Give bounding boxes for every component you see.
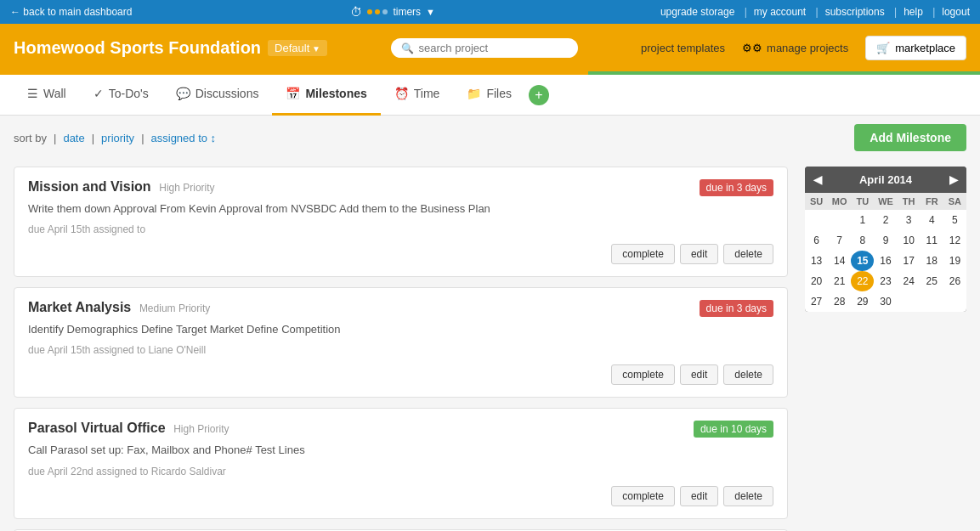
tab-discussions[interactable]: 💬 Discussions — [162, 75, 273, 116]
sort-label: sort by — [14, 132, 47, 144]
manage-projects-section[interactable]: ⚙ manage projects — [742, 42, 848, 54]
action-complete-button[interactable]: complete — [611, 244, 675, 264]
milestone-title-section: Parasol Virtual Office High Priority — [28, 421, 229, 436]
milestone-priority: High Priority — [173, 423, 229, 435]
calendar-day[interactable]: 9 — [874, 230, 897, 251]
milestone-actions: completeeditdelete — [28, 364, 773, 385]
tab-files[interactable]: 📁 Files — [453, 75, 525, 116]
top-bar: ← back to main dashboard ⏱ timers ▼ upgr… — [0, 0, 980, 24]
help-link[interactable]: help — [894, 6, 923, 18]
marketplace-button[interactable]: 🛒 marketplace — [865, 36, 966, 60]
action-edit-button[interactable]: edit — [680, 244, 718, 264]
calendar-day[interactable]: 22 — [851, 271, 874, 291]
add-tab-button[interactable]: + — [529, 85, 549, 105]
calendar-day[interactable]: 10 — [898, 230, 921, 251]
project-templates-link[interactable]: project templates — [641, 42, 725, 54]
timer-dropdown[interactable]: ▼ — [426, 7, 435, 17]
calendar-day[interactable]: 29 — [851, 291, 874, 312]
calendar-day[interactable]: 12 — [943, 230, 966, 251]
main-content: Mission and Vision High Priority due in … — [0, 167, 980, 531]
tab-time[interactable]: ⏰ Time — [381, 75, 454, 116]
header-row: Homewood Sports Foundation Default proje… — [0, 24, 980, 71]
calendar-header: ◀ April 2014 ▶ — [805, 167, 966, 193]
project-name: Homewood Sports Foundation — [14, 38, 261, 58]
default-badge[interactable]: Default — [268, 40, 327, 56]
manage-projects-link[interactable]: manage projects — [767, 42, 848, 54]
upgrade-storage-link[interactable]: upgrade storage — [660, 6, 734, 18]
search-box[interactable] — [391, 38, 578, 58]
tab-todos[interactable]: ✓ To-Do's — [80, 75, 162, 116]
action-edit-button[interactable]: edit — [680, 486, 718, 506]
calendar-day: • — [828, 210, 851, 230]
milestone-actions: completeeditdelete — [28, 486, 773, 506]
calendar-day-names: SUMOTUWETHFRSA — [805, 193, 966, 210]
tab-milestones[interactable]: 📅 Milestones — [272, 75, 380, 116]
calendar-day[interactable]: 13 — [805, 251, 828, 271]
calendar-day[interactable]: 6 — [805, 230, 828, 251]
calendar-day-name: TU — [851, 193, 874, 210]
sort-by-date[interactable]: date — [63, 132, 84, 144]
milestone-meta: due April 15th assigned to — [28, 223, 773, 235]
calendar-day[interactable]: 3 — [898, 210, 921, 230]
calendar-day[interactable]: 8 — [851, 230, 874, 251]
action-delete-button[interactable]: delete — [723, 364, 773, 385]
milestones-list: Mission and Vision High Priority due in … — [14, 167, 788, 531]
calendar-next[interactable]: ▶ — [949, 173, 958, 186]
action-complete-button[interactable]: complete — [611, 486, 675, 506]
calendar-day-name: MO — [828, 193, 851, 210]
timer-dot-2 — [375, 9, 380, 14]
calendar-day[interactable]: 27 — [805, 291, 828, 312]
sort-by-assigned[interactable]: assigned to ↕ — [151, 132, 217, 144]
back-to-dashboard[interactable]: ← back to main dashboard — [10, 6, 132, 18]
calendar-day[interactable]: 14 — [828, 251, 851, 271]
search-input[interactable] — [419, 42, 568, 54]
action-complete-button[interactable]: complete — [611, 364, 675, 385]
back-link[interactable]: ← back to main dashboard — [10, 6, 132, 18]
action-delete-button[interactable]: delete — [723, 244, 773, 264]
logout-link[interactable]: logout — [932, 6, 970, 18]
calendar-day[interactable]: 7 — [828, 230, 851, 251]
my-account-link[interactable]: my account — [745, 6, 806, 18]
calendar-day[interactable]: 1 — [851, 210, 874, 230]
milestone-item: Market Analysis Medium Priority due in 3… — [14, 287, 788, 398]
calendar-day[interactable]: 15 — [851, 251, 874, 271]
timer-dots — [367, 9, 388, 14]
calendar-day[interactable]: 24 — [898, 271, 921, 291]
calendar-prev[interactable]: ◀ — [813, 173, 822, 186]
calendar-day[interactable]: 18 — [921, 251, 943, 271]
calendar-day-name: FR — [921, 193, 943, 210]
calendar-day[interactable]: 5 — [943, 210, 966, 230]
chat-icon: 💬 — [176, 87, 190, 100]
due-badge: due in 3 days — [700, 179, 773, 196]
sort-by-priority[interactable]: priority — [101, 132, 134, 144]
calendar-day[interactable]: 26 — [943, 271, 966, 291]
milestone-item: Mission and Vision High Priority due in … — [14, 167, 788, 277]
calendar-day[interactable]: 17 — [898, 251, 921, 271]
add-milestone-button[interactable]: Add Milestone — [854, 124, 966, 151]
calendar-day[interactable]: 28 — [828, 291, 851, 312]
calendar-day[interactable]: 30 — [874, 291, 897, 312]
search-icon — [401, 42, 414, 54]
action-edit-button[interactable]: edit — [680, 364, 718, 385]
timer-dot-3 — [382, 9, 388, 14]
calendar-day[interactable]: 21 — [828, 271, 851, 291]
calendar-day[interactable]: 16 — [874, 251, 897, 271]
project-title-section: Homewood Sports Foundation Default — [14, 38, 327, 58]
calendar-day: • — [898, 291, 921, 312]
calendar-day[interactable]: 20 — [805, 271, 828, 291]
calendar-day[interactable]: 23 — [874, 271, 897, 291]
timer-dot-1 — [367, 9, 372, 14]
calendar-day: • — [805, 210, 828, 230]
calendar-day[interactable]: 2 — [874, 210, 897, 230]
due-badge: due in 10 days — [694, 421, 773, 438]
gear-icon: ⚙ — [742, 42, 762, 54]
subscriptions-link[interactable]: subscriptions — [816, 6, 885, 18]
tab-wall[interactable]: ☰ Wall — [14, 75, 80, 116]
action-delete-button[interactable]: delete — [723, 486, 773, 506]
calendar-day-name: TH — [898, 193, 921, 210]
calendar-day[interactable]: 11 — [921, 230, 943, 251]
calendar-day[interactable]: 19 — [943, 251, 966, 271]
calendar-day[interactable]: 25 — [921, 271, 943, 291]
milestone-priority: High Priority — [159, 182, 214, 194]
calendar-day[interactable]: 4 — [921, 210, 943, 230]
